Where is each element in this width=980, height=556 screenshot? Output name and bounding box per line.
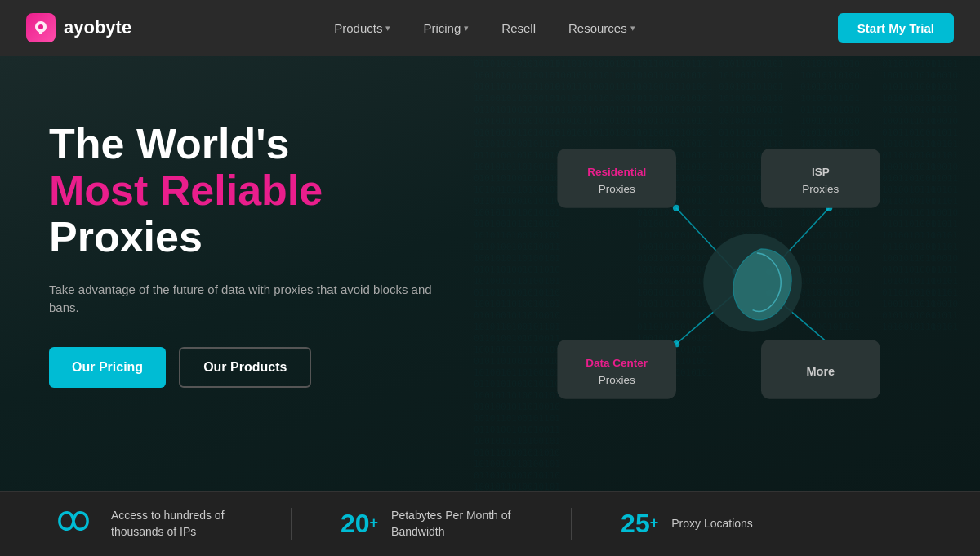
- hero-title: The World's Most Reliable Proxies: [49, 121, 441, 261]
- infinity-icon: [49, 505, 98, 544]
- hero-title-pink: Most Reliable: [49, 167, 323, 214]
- stat-divider-1: [291, 508, 292, 540]
- stat-bandwidth-label: Petabytes Per Month of Bandwidth: [391, 508, 522, 540]
- stat-ips-label: Access to hundreds of thousands of IPs: [111, 508, 242, 540]
- chevron-down-icon: ▾: [385, 23, 390, 33]
- svg-text:More: More: [806, 365, 835, 378]
- svg-text:Proxies: Proxies: [802, 183, 839, 195]
- stat-ips: Access to hundreds of thousands of IPs: [49, 505, 242, 544]
- stats-bar: Access to hundreds of thousands of IPs 2…: [0, 491, 980, 556]
- nav-item-pricing[interactable]: Pricing ▾: [410, 15, 482, 42]
- svg-text:ISP: ISP: [812, 166, 830, 178]
- logo-icon: [26, 13, 56, 42]
- stat-locations-number: 25+: [621, 509, 658, 539]
- hero-title-white: Proxies: [49, 213, 203, 260]
- svg-rect-21: [557, 340, 676, 399]
- svg-text:Residential: Residential: [587, 166, 646, 178]
- hero-section: 01101001010100111001010110100101 0101101…: [0, 56, 980, 556]
- logo[interactable]: ayobyte: [26, 13, 131, 42]
- diagram-svg: Residential Proxies ISP Proxies Data Cen…: [506, 121, 931, 431]
- navbar: ayobyte Products ▾ Pricing ▾ Resell Reso…: [0, 0, 980, 56]
- stat-divider-2: [571, 508, 572, 540]
- start-trial-button[interactable]: Start My Trial: [838, 13, 954, 43]
- svg-text:Proxies: Proxies: [599, 374, 635, 386]
- chevron-down-icon: ▾: [630, 23, 635, 33]
- nav-item-products[interactable]: Products ▾: [321, 15, 403, 42]
- chevron-down-icon: ▾: [464, 23, 469, 33]
- proxy-diagram: Residential Proxies ISP Proxies Data Cen…: [506, 121, 931, 431]
- hero-title-line1: The World's: [49, 121, 441, 167]
- nav-item-resources[interactable]: Resources ▾: [555, 15, 648, 42]
- svg-point-3: [673, 205, 679, 211]
- our-pricing-button[interactable]: Our Pricing: [49, 347, 166, 388]
- stat-locations-label: Proxy Locations: [671, 516, 753, 532]
- svg-text:Data Center: Data Center: [586, 357, 648, 369]
- hero-title-line2: Most Reliable Proxies: [49, 167, 441, 260]
- hero-subtitle: Take advantage of the future of data wit…: [49, 281, 441, 318]
- brand-name: ayobyte: [64, 17, 131, 38]
- svg-rect-15: [557, 149, 676, 208]
- nav-links: Products ▾ Pricing ▾ Resell Resources ▾: [321, 15, 648, 42]
- our-products-button[interactable]: Our Products: [179, 347, 311, 388]
- hero-buttons: Our Pricing Our Products: [49, 347, 441, 388]
- svg-text:Proxies: Proxies: [599, 183, 635, 195]
- stat-bandwidth-number: 20+: [341, 509, 378, 539]
- svg-rect-18: [761, 149, 880, 208]
- hero-content: The World's Most Reliable Proxies Take a…: [0, 56, 490, 388]
- stat-locations: 25+ Proxy Locations: [621, 509, 753, 539]
- nav-item-resell[interactable]: Resell: [488, 15, 549, 42]
- svg-point-0: [38, 24, 43, 29]
- stat-bandwidth: 20+ Petabytes Per Month of Bandwidth: [341, 508, 522, 540]
